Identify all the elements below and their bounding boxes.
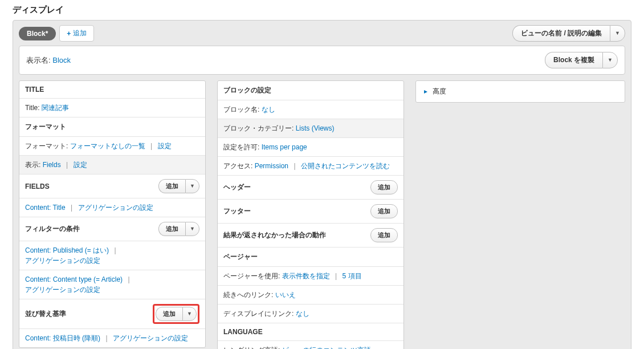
format-label: フォーマット: — [25, 142, 68, 150]
noresult-add-button[interactable]: 追加 — [370, 228, 398, 242]
advanced-label: 高度 — [433, 87, 446, 95]
footer-add-button[interactable]: 追加 — [370, 204, 398, 218]
page-heading: ディスプレイ — [13, 5, 631, 15]
more-link-value[interactable]: いいえ — [275, 291, 296, 299]
sort-aggregation-settings[interactable]: アグリゲーションの設定 — [113, 334, 188, 342]
access-label: アクセス: — [223, 162, 252, 170]
filter-add-button[interactable]: 追加 — [158, 222, 185, 236]
fields-section-hd: FIELDS 追加 ▼ — [19, 174, 205, 198]
allow-value[interactable]: Items per page — [262, 143, 307, 151]
chevron-down-icon: ▼ — [190, 226, 195, 232]
displays-panel: Block* + 追加 ビューの名前 / 説明の編集 ▼ 表示名: Block … — [13, 20, 631, 349]
footer-section-hd: フッター 追加 — [218, 199, 403, 223]
language-section-hd: LANGUAGE — [218, 323, 403, 340]
pager-use-value[interactable]: 表示件数を指定 — [282, 272, 330, 280]
access-value[interactable]: Permission — [255, 162, 288, 170]
chevron-down-icon: ▼ — [187, 311, 192, 316]
col1-box: TITLE Title: 関連記事 フォーマット フォーマット: フォーマットな… — [19, 80, 206, 348]
render-language-value[interactable]: ビューの行のコンテンツ言語 — [282, 346, 371, 349]
filter-published[interactable]: Content: Published (= はい) — [25, 246, 109, 254]
filter-content-type-aggregation[interactable]: アグリゲーションの設定 — [25, 286, 100, 294]
display-name-bar: 表示名: Block Block を複製 ▼ — [19, 46, 625, 75]
sort-add-button[interactable]: 追加 — [156, 307, 182, 321]
filter-add-dropdown[interactable]: ▼ — [185, 222, 199, 236]
render-language-label: レンダリング言語: — [223, 346, 280, 349]
block-name-value[interactable]: なし — [262, 105, 275, 113]
format-value[interactable]: フォーマットなしの一覧 — [70, 142, 145, 150]
title-label: Title: — [25, 104, 40, 112]
display-link-value[interactable]: なし — [296, 310, 309, 318]
edit-view-name-dropdown[interactable]: ▼ — [610, 25, 625, 42]
field-aggregation-settings[interactable]: アグリゲーションの設定 — [78, 204, 153, 212]
sort-section-hd: 並び替え基準 追加 ▼ — [19, 299, 205, 328]
add-display-button[interactable]: + 追加 — [59, 25, 94, 42]
noresult-section-hd: 結果が返されなかった場合の動作 追加 — [218, 223, 403, 247]
filter-section-hd: フィルターの条件 追加 ▼ — [19, 217, 205, 241]
allow-label: 設定を許可: — [223, 143, 259, 151]
show-settings[interactable]: 設定 — [74, 161, 87, 169]
title-section-hd: TITLE — [19, 81, 205, 98]
display-tab-block[interactable]: Block* — [19, 27, 56, 40]
block-settings-hd: ブロックの設定 — [218, 81, 403, 100]
show-label: 表示: — [25, 161, 40, 169]
header-add-button[interactable]: 追加 — [370, 180, 398, 194]
access-permission-value[interactable]: 公開されたコンテンツを読む — [301, 162, 390, 170]
format-section-hd: フォーマット — [19, 117, 205, 136]
caret-right-icon: ▸ — [424, 87, 427, 95]
sort-created-desc[interactable]: Content: 投稿日時 (降順) — [25, 334, 100, 342]
chevron-down-icon: ▼ — [608, 57, 613, 63]
display-link-label: ディスプレイにリンク: — [223, 310, 294, 318]
display-name-label: 表示名: — [26, 56, 51, 64]
show-value[interactable]: Fields — [43, 161, 61, 169]
title-value[interactable]: 関連記事 — [42, 104, 69, 112]
block-category-value[interactable]: Lists (Views) — [296, 124, 335, 132]
format-settings[interactable]: 設定 — [158, 142, 172, 150]
filter-published-aggregation[interactable]: アグリゲーションの設定 — [25, 257, 100, 265]
header-section-hd: ヘッダー 追加 — [218, 175, 403, 199]
display-name-value[interactable]: Block — [52, 56, 71, 64]
pager-use-label: ページャーを使用: — [223, 272, 280, 280]
col2-box: ブロックの設定 ブロック名: なし ブロック・カテゴリー: Lists (Vie… — [217, 80, 404, 349]
fields-add-button[interactable]: 追加 — [158, 179, 185, 193]
pager-items[interactable]: 5 項目 — [343, 272, 362, 280]
block-name-label: ブロック名: — [223, 105, 259, 113]
clone-display-button[interactable]: Block を複製 — [545, 52, 602, 68]
chevron-down-icon: ▼ — [190, 183, 195, 189]
block-category-label: ブロック・カテゴリー: — [223, 124, 294, 132]
filter-content-type[interactable]: Content: Content type (= Article) — [25, 275, 123, 283]
advanced-toggle[interactable]: ▸ 高度 — [415, 80, 625, 103]
fields-add-dropdown[interactable]: ▼ — [185, 179, 199, 193]
chevron-down-icon: ▼ — [615, 30, 620, 36]
add-display-label: 追加 — [73, 29, 87, 38]
sort-add-dropdown[interactable]: ▼ — [182, 307, 197, 321]
highlight-sort-add: 追加 ▼ — [153, 304, 199, 324]
edit-view-name-button[interactable]: ビューの名前 / 説明の編集 — [512, 25, 610, 42]
plus-icon: + — [67, 30, 71, 38]
more-link-label: 続きへのリンク: — [223, 291, 273, 299]
clone-display-dropdown[interactable]: ▼ — [602, 52, 618, 68]
pager-section-hd: ページャー — [218, 247, 403, 266]
field-content-title[interactable]: Content: Title — [25, 204, 66, 212]
